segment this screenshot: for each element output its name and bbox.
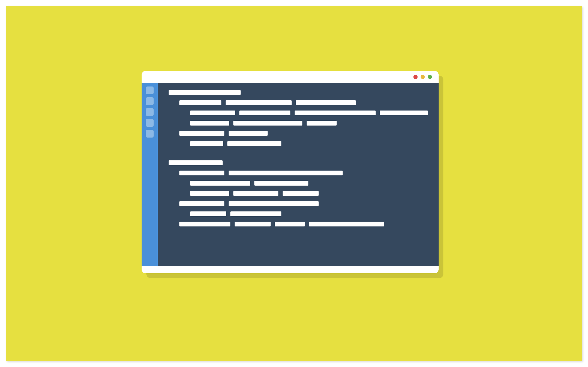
minimize-icon[interactable] (421, 75, 425, 79)
code-editor (158, 83, 439, 266)
code-line (179, 100, 428, 105)
code-token (190, 141, 223, 146)
code-token (190, 121, 229, 126)
code-token (309, 222, 384, 226)
code-token (179, 131, 224, 136)
code-token (233, 191, 278, 196)
block-gap (169, 151, 428, 155)
code-content (169, 90, 428, 226)
code-line (169, 160, 428, 165)
code-token (190, 181, 250, 186)
code-token (190, 211, 226, 216)
code-line (190, 191, 428, 196)
sidebar-item[interactable] (146, 130, 154, 138)
code-token (190, 191, 229, 196)
code-line (179, 171, 428, 175)
code-token (179, 201, 224, 206)
code-token (229, 201, 319, 206)
window-body (142, 83, 439, 273)
code-token (283, 191, 319, 196)
code-line (179, 222, 428, 226)
code-token (229, 171, 343, 175)
code-line (179, 131, 428, 136)
maximize-icon[interactable] (428, 75, 432, 79)
code-token (226, 100, 292, 105)
code-line (190, 211, 428, 216)
sidebar-item[interactable] (146, 108, 154, 116)
code-token (227, 141, 281, 146)
code-token (230, 211, 281, 216)
editor-sidebar (142, 83, 158, 266)
code-line (190, 141, 428, 146)
code-token (295, 111, 376, 115)
code-token (275, 222, 305, 226)
sidebar-item[interactable] (146, 86, 154, 94)
code-token (169, 160, 223, 165)
code-token (179, 171, 224, 175)
sidebar-item[interactable] (146, 119, 154, 127)
code-token (179, 222, 230, 226)
sidebar-item[interactable] (146, 97, 154, 105)
code-line (179, 201, 428, 206)
code-token (380, 111, 428, 115)
code-token (169, 90, 241, 95)
code-line (190, 111, 428, 115)
code-token (307, 121, 337, 126)
code-line (190, 181, 428, 186)
code-token (235, 222, 271, 226)
editor-window (142, 71, 439, 273)
code-token (179, 100, 221, 105)
code-token (190, 111, 235, 115)
code-line (190, 121, 428, 126)
illustration-canvas (6, 6, 582, 361)
window-titlebar (142, 71, 439, 83)
code-token (233, 121, 302, 126)
code-token (254, 181, 308, 186)
code-token (239, 111, 290, 115)
code-line (169, 90, 428, 95)
code-token (296, 100, 356, 105)
code-token (229, 131, 268, 136)
close-icon[interactable] (413, 75, 418, 79)
